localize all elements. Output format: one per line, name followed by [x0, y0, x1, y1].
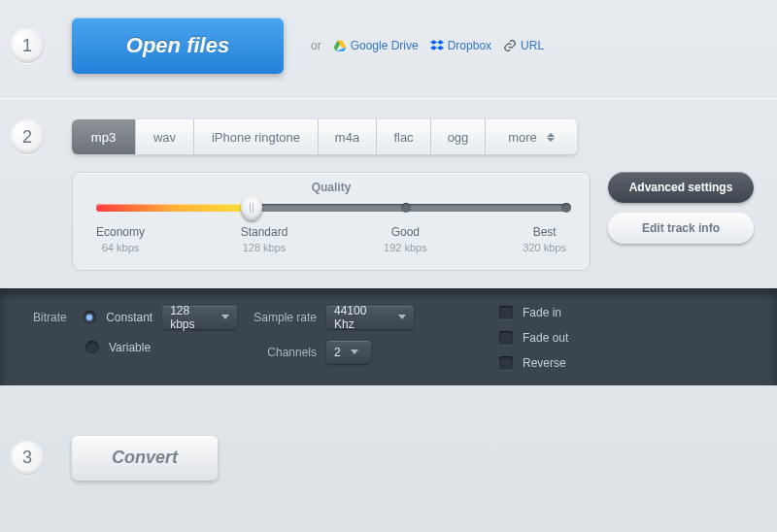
quality-title: Quality	[96, 181, 566, 194]
format-tabs: mp3 wav iPhone ringtone m4a flac ogg mor…	[72, 119, 577, 154]
quality-standard-rate: 128 kbps	[241, 241, 288, 254]
step-2-badge: 2	[10, 119, 45, 154]
quality-row: Quality Economy64 kbps Standard128 kbps …	[72, 172, 754, 271]
url-label: URL	[521, 39, 544, 52]
bitrate-constant-row: Bitrate Constant 128 kbps	[33, 306, 237, 329]
tab-mp3[interactable]: mp3	[72, 119, 136, 154]
tab-ogg[interactable]: ogg	[431, 119, 486, 154]
bitrate-column: Bitrate Constant 128 kbps Variable	[33, 306, 237, 370]
channels-row: Channels 2	[247, 341, 490, 364]
effects-column: Fade in Fade out Reverse	[499, 306, 674, 370]
tab-flac[interactable]: flac	[377, 119, 431, 154]
tab-more-label: more	[508, 130, 537, 145]
bitrate-constant-label: Constant	[106, 311, 152, 324]
source-links: or Google Drive Dropbox URL	[311, 39, 544, 52]
advanced-settings-button[interactable]: Advanced settings	[608, 172, 754, 203]
reverse-checkbox[interactable]	[499, 356, 513, 370]
bitrate-variable-label: Variable	[109, 341, 151, 354]
step-3-row: 3 Convert	[0, 385, 777, 481]
section-divider	[0, 97, 777, 98]
side-buttons: Advanced settings Edit track info	[608, 172, 754, 271]
quality-good-rate: 192 kbps	[384, 241, 427, 254]
fade-in-label: Fade in	[523, 306, 561, 319]
samplerate-select[interactable]: 44100 Khz	[326, 306, 414, 329]
fade-in-row: Fade in	[499, 306, 674, 319]
slider-thumb[interactable]	[241, 195, 262, 220]
convert-button[interactable]: Convert	[72, 436, 218, 481]
step-3-badge: 3	[10, 441, 45, 476]
slider-tick-good	[401, 203, 411, 213]
slider-tick-best	[561, 203, 571, 213]
samplerate-label: Sample rate	[247, 311, 317, 324]
quality-standard-name: Standard	[241, 225, 288, 241]
tab-iphone-ringtone[interactable]: iPhone ringtone	[194, 119, 319, 154]
quality-best-rate: 320 kbps	[523, 241, 566, 254]
more-arrows-icon	[547, 133, 555, 142]
edit-track-info-button[interactable]: Edit track info	[608, 213, 754, 244]
convert-label: Convert	[112, 448, 178, 468]
bitrate-select[interactable]: 128 kbps	[162, 306, 237, 329]
step-3-number: 3	[22, 448, 32, 468]
bitrate-constant-radio[interactable]	[84, 311, 96, 324]
step-1-number: 1	[22, 36, 32, 56]
step-1-badge: 1	[10, 28, 45, 63]
quality-best-name: Best	[523, 225, 566, 241]
step-2-body: mp3 wav iPhone ringtone m4a flac ogg mor…	[72, 119, 777, 271]
fade-out-checkbox[interactable]	[499, 331, 513, 345]
fade-out-label: Fade out	[523, 331, 568, 345]
bitrate-value: 128 kbps	[170, 304, 212, 331]
reverse-row: Reverse	[499, 356, 674, 370]
fade-out-row: Fade out	[499, 331, 674, 345]
advanced-panel: Bitrate Constant 128 kbps Variable Sampl…	[0, 288, 777, 385]
dropbox-icon	[430, 39, 444, 52]
caret-down-icon	[398, 315, 406, 319]
tab-more[interactable]: more	[486, 119, 577, 154]
edit-track-info-label: Edit track info	[642, 221, 720, 235]
tab-ogg-label: ogg	[448, 130, 469, 145]
quality-standard: Standard128 kbps	[241, 225, 288, 254]
dropbox-link[interactable]: Dropbox	[430, 39, 491, 52]
samplerate-value: 44100 Khz	[334, 304, 388, 331]
advanced-settings-label: Advanced settings	[629, 181, 733, 194]
google-drive-label: Google Drive	[351, 39, 419, 52]
channels-select[interactable]: 2	[326, 341, 371, 364]
quality-economy: Economy64 kbps	[96, 225, 145, 254]
tab-wav-label: wav	[153, 130, 176, 145]
step-1-row: 1 Open files or Google Drive Dropbox URL	[0, 0, 777, 97]
open-files-label: Open files	[126, 33, 229, 58]
bitrate-label: Bitrate	[33, 311, 74, 324]
channels-label: Channels	[247, 346, 317, 359]
reverse-label: Reverse	[523, 356, 566, 370]
channels-value: 2	[334, 346, 341, 359]
quality-labels: Economy64 kbps Standard128 kbps Good192 …	[96, 225, 566, 254]
quality-good: Good192 kbps	[384, 225, 427, 254]
bitrate-variable-row: Variable	[33, 341, 237, 354]
tab-m4a[interactable]: m4a	[319, 119, 377, 154]
url-link[interactable]: URL	[503, 39, 544, 52]
step-2-number: 2	[22, 127, 32, 148]
step-2-row: 2 mp3 wav iPhone ringtone m4a flac ogg m…	[0, 108, 777, 271]
fade-in-checkbox[interactable]	[499, 306, 513, 319]
or-text: or	[311, 39, 321, 52]
tab-flac-label: flac	[393, 130, 413, 145]
google-drive-icon	[333, 39, 347, 52]
tab-mp3-label: mp3	[91, 130, 116, 145]
sample-channels-column: Sample rate 44100 Khz Channels 2	[247, 306, 490, 370]
google-drive-link[interactable]: Google Drive	[333, 39, 419, 52]
bitrate-variable-radio[interactable]	[85, 341, 99, 354]
link-icon	[503, 39, 517, 52]
samplerate-row: Sample rate 44100 Khz	[247, 306, 490, 329]
quality-slider[interactable]	[96, 204, 566, 212]
slider-fill	[96, 204, 252, 212]
quality-best: Best320 kbps	[523, 225, 566, 254]
tab-wav[interactable]: wav	[136, 119, 194, 154]
caret-down-icon	[351, 349, 358, 354]
quality-economy-name: Economy	[96, 225, 145, 241]
caret-down-icon	[221, 315, 229, 319]
dropbox-label: Dropbox	[448, 39, 491, 52]
quality-panel: Quality Economy64 kbps Standard128 kbps …	[72, 172, 591, 271]
open-files-button[interactable]: Open files	[72, 17, 284, 74]
quality-good-name: Good	[384, 225, 427, 241]
tab-m4a-label: m4a	[335, 130, 359, 145]
quality-economy-rate: 64 kbps	[96, 241, 145, 254]
